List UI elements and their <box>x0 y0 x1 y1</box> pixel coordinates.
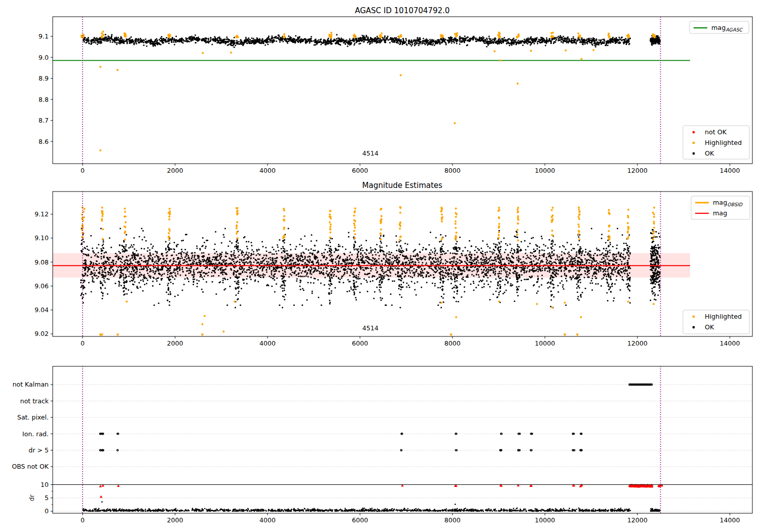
svg-text:12000: 12000 <box>627 167 648 174</box>
svg-text:4000: 4000 <box>259 516 276 524</box>
plot3-gridlines <box>53 385 752 511</box>
svg-text:0: 0 <box>81 339 85 347</box>
svg-text:6000: 6000 <box>352 167 368 174</box>
svg-text:0: 0 <box>45 507 49 515</box>
chart-canvas: 020004000600080001000012000140008.68.78.… <box>0 0 760 532</box>
svg-text:8.6: 8.6 <box>39 138 49 145</box>
svg-text:4000: 4000 <box>259 339 276 347</box>
svg-text:2000: 2000 <box>167 516 183 524</box>
plot2-x-axis: 02000400060008000100001200014000 <box>81 336 740 347</box>
svg-text:OK: OK <box>705 149 714 157</box>
svg-text:Sat. pixel.: Sat. pixel. <box>17 413 49 421</box>
svg-text:9.04: 9.04 <box>34 306 49 314</box>
plot3-y-axis: not Kalmannot trackSat. pixel.Ion. rad.d… <box>12 381 53 515</box>
plot3-flag-points <box>99 433 582 451</box>
plot2-title: Magnitude Estimates <box>362 181 442 190</box>
svg-text:9.10: 9.10 <box>34 234 49 242</box>
svg-text:8.8: 8.8 <box>39 96 49 103</box>
svg-text:10: 10 <box>41 481 49 488</box>
plot1-x-axis: 02000400060008000100001200014000 <box>81 164 740 174</box>
plot2-obsid-annotation: 4514 <box>362 324 378 332</box>
svg-text:mag: mag <box>713 209 727 217</box>
svg-text:6000: 6000 <box>352 516 368 524</box>
plot1-y-axis: 8.68.78.88.99.09.1 <box>39 32 53 145</box>
svg-text:OBS not OK: OBS not OK <box>12 463 49 470</box>
svg-text:4000: 4000 <box>259 167 276 174</box>
plot3-x-axis: 02000400060008000100001200014000 <box>81 513 740 524</box>
plot1-legend-bottom: not OKHighlightedOK <box>683 126 749 159</box>
svg-text:8000: 8000 <box>444 167 461 174</box>
plot-flags-dr: 02000400060008000100001200014000not Kalm… <box>12 366 752 524</box>
plot1-highlighted-points <box>81 31 656 151</box>
svg-text:Highlighted: Highlighted <box>705 313 742 320</box>
plot1-legend-top: magAGASC <box>690 21 749 33</box>
plot2-y-axis: 9.029.049.069.089.109.12 <box>34 210 53 337</box>
svg-text:5: 5 <box>45 494 49 502</box>
plot3-obsid-vlines <box>83 366 661 513</box>
svg-text:8.7: 8.7 <box>39 117 49 124</box>
plot2-legend-top: magOBSIDmag <box>691 196 750 219</box>
svg-text:12000: 12000 <box>627 516 648 524</box>
svg-text:8000: 8000 <box>444 516 461 524</box>
svg-text:0: 0 <box>81 167 85 174</box>
plot1-obsid-annotation: 4514 <box>362 149 378 157</box>
plot1-title: AGASC ID 1010704792.0 <box>355 6 449 15</box>
svg-text:12000: 12000 <box>627 339 648 347</box>
svg-text:9.02: 9.02 <box>34 330 49 337</box>
plot-agasc-mag: 020004000600080001000012000140008.68.78.… <box>39 17 752 174</box>
plot3-frame <box>53 366 752 513</box>
svg-text:Highlighted: Highlighted <box>705 139 742 146</box>
svg-text:8.9: 8.9 <box>39 74 49 82</box>
svg-text:8000: 8000 <box>444 339 461 347</box>
plot2-clipped-triangles <box>99 333 579 336</box>
plot-magnitude-estimates: 020004000600080001000012000140009.029.04… <box>34 192 752 347</box>
plot3-dr-ok-points <box>82 501 660 512</box>
svg-text:9.06: 9.06 <box>34 282 49 290</box>
svg-text:2000: 2000 <box>167 339 183 347</box>
svg-text:10000: 10000 <box>535 339 555 347</box>
svg-text:Ion. rad.: Ion. rad. <box>22 430 49 438</box>
svg-text:not OK: not OK <box>705 128 727 136</box>
svg-text:10000: 10000 <box>535 516 555 524</box>
svg-text:6000: 6000 <box>352 339 368 347</box>
svg-text:OK: OK <box>705 323 714 331</box>
svg-text:9.12: 9.12 <box>34 210 49 218</box>
svg-text:9.1: 9.1 <box>39 32 49 40</box>
figure: 020004000600080001000012000140008.68.78.… <box>0 0 760 532</box>
svg-text:9.08: 9.08 <box>34 258 49 266</box>
plot3-not-kalman-points <box>629 384 653 386</box>
svg-text:not track: not track <box>20 397 49 405</box>
plot3-dr-axis-label: dr <box>28 494 35 501</box>
plot2-legend-bottom: HighlightedOK <box>683 310 749 334</box>
svg-text:14000: 14000 <box>720 167 740 174</box>
plot3-not-ok-points <box>99 484 663 498</box>
svg-text:9.0: 9.0 <box>39 54 49 61</box>
svg-text:2000: 2000 <box>167 167 183 174</box>
svg-text:0: 0 <box>81 516 85 524</box>
svg-text:10000: 10000 <box>535 167 555 174</box>
svg-text:14000: 14000 <box>720 516 740 524</box>
svg-text:dr > 5: dr > 5 <box>29 446 49 454</box>
svg-text:14000: 14000 <box>720 339 740 347</box>
svg-text:not Kalman: not Kalman <box>13 381 49 388</box>
